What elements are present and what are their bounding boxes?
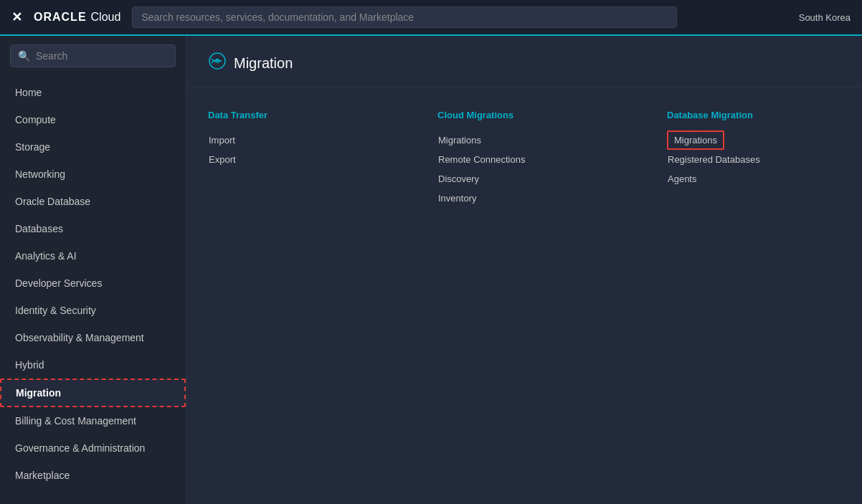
sidebar-item-storage[interactable]: Storage — [0, 133, 186, 161]
oracle-logo: ORACLE Cloud — [34, 11, 120, 24]
region-label: South Korea — [799, 12, 851, 23]
page-title: Migration — [234, 55, 293, 72]
sidebar-item-billing-cost[interactable]: Billing & Cost Management — [0, 407, 186, 434]
migration-link-inventory[interactable]: Inventory — [437, 189, 624, 208]
search-icon: 🔍 — [18, 50, 30, 62]
close-button[interactable]: ✕ — [11, 9, 22, 25]
migration-link-cloud-migrations-link[interactable]: Migrations — [437, 130, 624, 150]
section-title-database-migration: Database Migration — [667, 110, 853, 120]
sidebar-item-compute[interactable]: Compute — [0, 106, 186, 133]
sidebar-item-marketplace[interactable]: Marketplace — [0, 462, 186, 489]
migration-link-db-migrations[interactable]: Migrations — [667, 130, 724, 150]
sidebar-search-input[interactable] — [36, 50, 168, 62]
sidebar-item-developer-services[interactable]: Developer Services — [0, 270, 186, 297]
migration-section-cloud-migrations: Cloud MigrationsMigrationsRemote Connect… — [437, 110, 624, 208]
oracle-logo-text: ORACLE — [34, 11, 87, 24]
sidebar-item-networking[interactable]: Networking — [0, 161, 186, 188]
migration-link-discovery[interactable]: Discovery — [437, 169, 624, 189]
global-search-input[interactable] — [132, 6, 677, 28]
sidebar-item-databases[interactable]: Databases — [0, 215, 186, 242]
sidebar-item-identity-security[interactable]: Identity & Security — [0, 297, 186, 324]
content-area: Migration Data TransferImportExportCloud… — [186, 36, 862, 504]
migration-section-database-migration: Database MigrationMigrationsRegistered D… — [667, 110, 853, 208]
cloud-logo-text: Cloud — [91, 11, 121, 24]
migration-section-data-transfer: Data TransferImportExport — [208, 110, 394, 208]
migration-icon — [208, 52, 227, 75]
sidebar-nav: HomeComputeStorageNetworkingOracle Datab… — [0, 76, 186, 492]
sidebar-item-oracle-database[interactable]: Oracle Database — [0, 188, 186, 215]
sidebar-search-container[interactable]: 🔍 — [10, 44, 176, 67]
page-header: Migration — [186, 36, 862, 88]
sidebar-item-migration[interactable]: Migration — [0, 379, 186, 407]
migration-link-registered-databases[interactable]: Registered Databases — [667, 150, 853, 169]
section-title-data-transfer: Data Transfer — [208, 110, 394, 120]
section-title-cloud-migrations: Cloud Migrations — [437, 110, 624, 120]
migration-link-agents[interactable]: Agents — [667, 169, 853, 189]
migration-sections-grid: Data TransferImportExportCloud Migration… — [186, 88, 862, 222]
sidebar-item-governance-admin[interactable]: Governance & Administration — [0, 434, 186, 462]
migration-link-import[interactable]: Import — [208, 130, 394, 150]
sidebar: 🔍 HomeComputeStorageNetworkingOracle Dat… — [0, 36, 186, 504]
migration-link-export[interactable]: Export — [208, 150, 394, 169]
migration-link-remote-connections[interactable]: Remote Connections — [437, 150, 624, 169]
main-layout: 🔍 HomeComputeStorageNetworkingOracle Dat… — [0, 36, 862, 504]
topbar: ✕ ORACLE Cloud South Korea — [0, 0, 862, 36]
sidebar-item-observability-management[interactable]: Observability & Management — [0, 324, 186, 351]
sidebar-item-analytics-ai[interactable]: Analytics & AI — [0, 242, 186, 270]
sidebar-item-hybrid[interactable]: Hybrid — [0, 351, 186, 379]
sidebar-item-home[interactable]: Home — [0, 79, 186, 106]
